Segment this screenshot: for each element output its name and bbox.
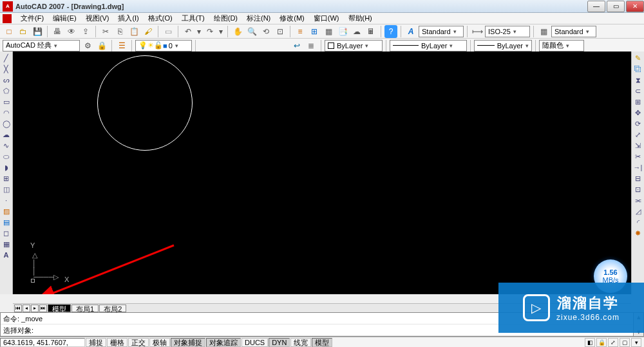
lineweight-combo[interactable]: ByLayer [474, 40, 532, 52]
scroll-down-icon[interactable]: ▾ [637, 328, 641, 336]
snap-toggle[interactable]: 捕捉 [86, 338, 106, 347]
undo-split[interactable]: ▾ [196, 25, 202, 38]
properties-button[interactable]: ≡ [294, 25, 307, 38]
explode-tool[interactable]: ✸ [632, 228, 644, 238]
arc-tool[interactable]: ◠ [1, 108, 12, 118]
zoom-previous-button[interactable]: ⟲ [260, 25, 272, 38]
insert-block-tool[interactable]: ⊞ [1, 173, 12, 183]
minimize-button[interactable]: — [587, 1, 605, 12]
design-center-button[interactable]: ⊞ [308, 25, 321, 38]
polygon-tool[interactable]: ⬠ [1, 86, 12, 96]
revcloud-tool[interactable]: ☁ [1, 129, 12, 140]
line-tool[interactable]: ╱ [1, 53, 12, 63]
ellipse-arc-tool[interactable]: ◗ [1, 162, 12, 173]
textstyle-button[interactable]: A [404, 25, 417, 38]
quickcalc-button[interactable]: 🖩 [365, 25, 377, 38]
cut-button[interactable]: ✂ [99, 25, 112, 38]
ducs-toggle[interactable]: DUCS [242, 338, 268, 347]
menu-tools[interactable]: 工具(T) [178, 13, 209, 24]
point-tool[interactable]: · [1, 195, 12, 205]
zoom-realtime-button[interactable]: 🔍 [245, 25, 258, 38]
coordinates-display[interactable]: 643.1619, 451.7607, 0.0000 [0, 338, 85, 347]
model-toggle[interactable]: 模型 [312, 338, 332, 347]
array-tool[interactable]: ⊞ [632, 97, 644, 107]
command-prompt-line[interactable]: 选择对象: [1, 324, 633, 336]
hatch-tool[interactable]: ▨ [1, 206, 12, 216]
zoom-window-button[interactable]: ⊡ [274, 25, 287, 38]
rectangle-tool[interactable]: ▭ [1, 97, 12, 107]
ellipse-tool[interactable]: ⬭ [1, 151, 12, 162]
join-tool[interactable]: ⫘ [632, 195, 644, 205]
rotate-tool[interactable]: ⟳ [632, 118, 644, 129]
spline-tool[interactable]: ∿ [1, 140, 12, 151]
workspace-settings-button[interactable]: ⚙ [81, 39, 94, 52]
polyline-tool[interactable]: ᔕ [1, 75, 12, 85]
open-button[interactable]: 🗀 [17, 25, 30, 38]
scroll-up-icon[interactable]: ▴ [637, 313, 641, 321]
menu-format[interactable]: 格式(O) [144, 13, 176, 24]
tablestyle-button[interactable]: ▦ [537, 25, 550, 38]
ortho-toggle[interactable]: 正交 [128, 338, 149, 347]
layer-previous-button[interactable]: ↩ [290, 39, 303, 52]
maximize-button[interactable]: ▭ [607, 1, 625, 12]
tool-palettes-button[interactable]: ▦ [322, 25, 335, 38]
block-editor-button[interactable]: ▭ [162, 25, 175, 38]
lwt-toggle[interactable]: 线宽 [290, 338, 311, 347]
menu-modify[interactable]: 修改(M) [276, 13, 308, 24]
tab-prev[interactable]: ◂ [23, 305, 30, 312]
copy-tool[interactable]: ⿻ [632, 64, 644, 74]
linetype-combo[interactable]: ByLayer [390, 40, 467, 52]
new-button[interactable]: □ [3, 25, 15, 38]
plot-preview-button[interactable]: 👁 [65, 25, 78, 38]
scale-tool[interactable]: ⤢ [632, 129, 644, 140]
drawing-circle[interactable] [97, 55, 193, 151]
offset-tool[interactable]: ⊂ [632, 86, 644, 96]
publish-button[interactable]: ⇪ [79, 25, 92, 38]
plot-button[interactable]: 🖶 [51, 25, 64, 38]
layer-manager-button[interactable]: ☰ [115, 39, 128, 52]
grid-toggle[interactable]: 栅格 [107, 338, 128, 347]
workspace-lock-button[interactable]: 🔒 [95, 39, 108, 52]
pan-button[interactable]: ✋ [231, 25, 244, 38]
menu-draw[interactable]: 绘图(D) [210, 13, 242, 24]
extend-tool[interactable]: →| [632, 162, 644, 173]
menu-insert[interactable]: 插入(I) [114, 13, 142, 24]
layer-states-button[interactable]: ≣ [305, 39, 317, 52]
region-tool[interactable]: ◻ [1, 228, 12, 238]
copy-button[interactable]: ⎘ [113, 25, 126, 38]
fillet-tool[interactable]: ◜ [632, 217, 644, 227]
menu-view[interactable]: 视图(V) [82, 13, 113, 24]
make-block-tool[interactable]: ◫ [1, 184, 12, 194]
stretch-tool[interactable]: ⇲ [632, 140, 644, 151]
textstyle-combo[interactable]: Standard [419, 26, 464, 37]
workspace-combo[interactable]: AutoCAD 经典 [3, 40, 80, 52]
tab-first[interactable]: ⏮ [14, 305, 22, 312]
dyn-toggle[interactable]: DYN [269, 338, 290, 347]
move-tool[interactable]: ✥ [632, 108, 644, 118]
dimstyle-button[interactable]: ⟼ [471, 25, 484, 38]
polar-toggle[interactable]: 极轴 [149, 338, 170, 347]
break-tool[interactable]: ⊡ [632, 184, 644, 194]
trim-tool[interactable]: ✂ [632, 151, 644, 162]
sheet-set-button[interactable]: 📑 [336, 25, 349, 38]
tab-last[interactable]: ⏭ [39, 305, 47, 312]
break-point-tool[interactable]: ⊟ [632, 173, 644, 183]
save-button[interactable]: 💾 [31, 25, 44, 38]
close-button[interactable]: ✕ [626, 1, 644, 12]
plotstyle-combo[interactable]: 随颜色 [539, 40, 584, 52]
doc-icon[interactable] [3, 14, 12, 23]
redo-button[interactable]: ↷ [204, 25, 216, 38]
tab-next[interactable]: ▸ [31, 305, 39, 312]
tab-layout2[interactable]: 布局2 [99, 305, 126, 312]
help-button[interactable]: ? [384, 25, 397, 38]
tab-model[interactable]: 模型 [48, 305, 71, 312]
command-scrollbar[interactable]: ▴ ▾ [634, 312, 644, 337]
undo-button[interactable]: ↶ [182, 25, 194, 38]
menu-help[interactable]: 帮助(H) [345, 13, 376, 24]
markup-button[interactable]: ☁ [350, 25, 363, 38]
color-combo[interactable]: ByLayer [325, 40, 383, 52]
redo-split[interactable]: ▾ [218, 25, 224, 38]
table-tool[interactable]: ▦ [1, 239, 12, 249]
menu-dimension[interactable]: 标注(N) [243, 13, 274, 24]
menu-window[interactable]: 窗口(W) [310, 13, 343, 24]
